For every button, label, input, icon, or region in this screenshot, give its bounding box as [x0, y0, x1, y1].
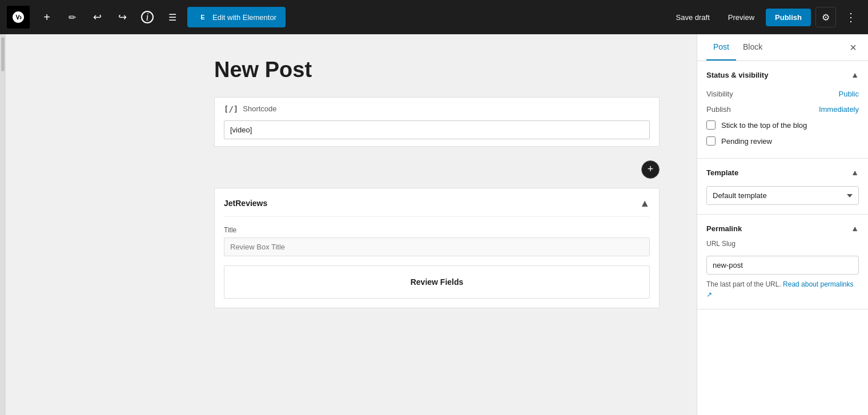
info-icon: i — [141, 11, 154, 23]
edit-with-elementor-button[interactable]: E Edit with Elementor — [187, 7, 286, 27]
sidebar-body: Status & visibility ▲ Visibility Public … — [697, 61, 868, 415]
tab-post[interactable]: Post — [706, 34, 736, 61]
permalink-note-text: The last part of the URL. — [706, 280, 781, 288]
undo-button[interactable]: ↩ — [87, 7, 107, 27]
status-visibility-header: Status & visibility ▲ — [706, 70, 859, 79]
pending-review-row: Pending review — [706, 133, 859, 149]
shortcode-icon: [/] — [224, 104, 238, 114]
permalink-note: The last part of the URL. Read about per… — [706, 279, 859, 300]
elementor-btn-label: Edit with Elementor — [212, 13, 276, 22]
tab-block[interactable]: Block — [736, 34, 769, 61]
left-scrollbar[interactable] — [0, 34, 6, 415]
list-icon: ☰ — [168, 12, 176, 23]
review-fields-label: Review Fields — [411, 277, 464, 287]
save-draft-label: Save draft — [676, 13, 710, 22]
jetreviews-collapse-button[interactable]: ▲ — [640, 198, 650, 209]
post-title[interactable]: New Post — [214, 57, 660, 83]
status-visibility-section: Status & visibility ▲ Visibility Public … — [697, 61, 868, 159]
toolbar-right: Save draft Preview Publish ⚙ ⋮ — [669, 7, 861, 27]
review-title-input[interactable] — [224, 237, 650, 256]
jetreviews-title: JetReviews — [224, 199, 267, 208]
template-toggle[interactable]: ▲ — [851, 168, 859, 177]
template-title: Template — [706, 168, 738, 177]
scroll-thumb — [1, 37, 5, 71]
publish-button[interactable]: Publish — [766, 9, 811, 26]
gear-icon: ⚙ — [822, 12, 830, 23]
sidebar-close-button[interactable]: × — [847, 34, 859, 61]
editor-content: New Post [/] Shortcode + JetReviews ▲ — [214, 57, 660, 308]
publish-value[interactable]: Immediately — [819, 105, 859, 114]
redo-icon: ↪ — [118, 11, 127, 23]
jetreviews-section: JetReviews ▲ Title Review Fields — [214, 188, 660, 308]
permalink-toggle[interactable]: ▲ — [851, 224, 859, 233]
status-visibility-title: Status & visibility — [706, 71, 768, 79]
add-icon: + — [43, 11, 50, 24]
pending-review-label: Pending review — [721, 137, 772, 146]
permalink-header: Permalink ▲ — [706, 224, 859, 233]
publish-label: Publish — [775, 13, 802, 22]
info-button[interactable]: i — [137, 7, 158, 27]
shortcode-block[interactable]: [/] Shortcode — [214, 97, 660, 147]
permalink-section: Permalink ▲ URL Slug The last part of th… — [697, 215, 868, 309]
undo-icon: ↩ — [93, 11, 102, 23]
stick-top-checkbox[interactable] — [706, 120, 716, 130]
tab-post-label: Post — [713, 42, 729, 51]
more-dots-icon: ⋮ — [845, 10, 857, 24]
toolbar: + ✏ ↩ ↪ i ☰ E Edit with Elementor Save d… — [0, 0, 868, 34]
read-about-label: Read about permalinks — [783, 280, 853, 288]
redo-button[interactable]: ↪ — [112, 7, 132, 27]
block-header: [/] Shortcode — [224, 104, 650, 114]
more-options-button[interactable]: ⋮ — [841, 7, 861, 27]
template-header: Template ▲ — [706, 168, 859, 177]
save-draft-button[interactable]: Save draft — [669, 10, 717, 25]
title-field-label: Title — [224, 226, 650, 234]
publish-row: Publish Immediately — [706, 102, 859, 117]
wp-logo — [7, 6, 30, 29]
close-icon: × — [850, 41, 857, 54]
permalink-title: Permalink — [706, 224, 742, 233]
pending-review-checkbox[interactable] — [706, 136, 716, 146]
add-block-toolbar-button[interactable]: + — [37, 7, 57, 27]
tab-block-label: Block — [743, 42, 762, 51]
settings-button[interactable]: ⚙ — [815, 7, 836, 27]
right-sidebar: Post Block × Status & visibility ▲ Visib… — [697, 34, 868, 415]
template-section: Template ▲ Default template Full width t… — [697, 159, 868, 215]
stick-top-label: Stick to the top of the blog — [721, 121, 807, 130]
elementor-circle-icon: E — [196, 11, 209, 23]
jetreviews-header: JetReviews ▲ — [224, 198, 650, 217]
add-block-icon: + — [648, 163, 654, 175]
visibility-value[interactable]: Public — [839, 90, 859, 98]
publish-label: Publish — [706, 105, 731, 114]
wordpress-icon — [11, 10, 25, 24]
add-block-button[interactable]: + — [641, 160, 660, 179]
status-visibility-toggle[interactable]: ▲ — [851, 70, 859, 79]
preview-button[interactable]: Preview — [721, 10, 761, 25]
pen-icon: ✏ — [69, 12, 76, 23]
edit-pen-button[interactable]: ✏ — [62, 7, 82, 27]
url-slug-input[interactable] — [706, 256, 859, 275]
preview-label: Preview — [728, 13, 754, 22]
template-select[interactable]: Default template Full width template No … — [706, 186, 859, 205]
shortcode-input[interactable] — [224, 120, 650, 139]
sidebar-tabs: Post Block × — [697, 34, 868, 61]
main-layout: New Post [/] Shortcode + JetReviews ▲ — [0, 34, 868, 415]
shortcode-label: Shortcode — [243, 104, 276, 113]
url-slug-label: URL Slug — [706, 240, 859, 248]
review-fields-box: Review Fields — [224, 265, 650, 299]
stick-top-row: Stick to the top of the blog — [706, 117, 859, 133]
list-view-button[interactable]: ☰ — [162, 7, 183, 27]
visibility-row: Visibility Public — [706, 86, 859, 102]
visibility-label: Visibility — [706, 90, 733, 98]
